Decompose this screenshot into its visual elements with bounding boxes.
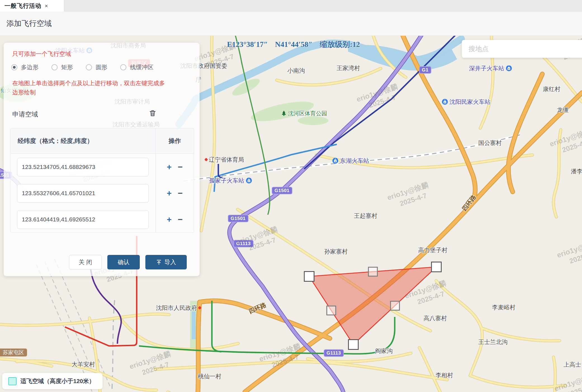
page-header: 添加飞行空域: [0, 11, 582, 36]
shape-option-label: 矩形: [61, 63, 73, 71]
column-header-coordinates: 经纬度（格式：经度,纬度）: [11, 128, 155, 154]
tab-title: 一般飞行活动: [4, 2, 41, 10]
coordinate-rows: +−+−+−: [11, 154, 194, 233]
panel-actions: 关 闭 确认 导入: [69, 255, 187, 269]
delete-airspace-button[interactable]: [148, 109, 157, 118]
add-point-button[interactable]: +: [167, 215, 172, 224]
coordinate-table: 经纬度（格式：经度,纬度） 操作 +−+−+−: [10, 128, 194, 233]
radio-icon: [51, 64, 58, 70]
operations-cell: +−: [155, 180, 194, 206]
remove-point-button[interactable]: −: [178, 215, 183, 224]
shape-option-label: 多边形: [21, 63, 39, 71]
coordinate-row: +−: [11, 180, 194, 206]
column-header-operations: 操作: [155, 128, 194, 154]
operations-cell: +−: [155, 154, 194, 180]
shape-option-线缓冲区[interactable]: 线缓冲区: [120, 63, 153, 71]
shape-option-矩形[interactable]: 矩形: [51, 63, 73, 71]
coordinate-input[interactable]: [17, 210, 149, 229]
tab-general-flight-activity[interactable]: 一般飞行活动 ×: [0, 0, 64, 11]
coordinate-cell: [11, 154, 155, 180]
single-airspace-notice: 只可添加一个飞行空域: [12, 50, 71, 58]
place-search-input[interactable]: [462, 40, 582, 58]
import-button[interactable]: 导入: [145, 255, 187, 269]
remove-point-button[interactable]: −: [178, 189, 183, 197]
radio-icon: [120, 64, 126, 70]
tab-close-icon[interactable]: ×: [45, 3, 48, 9]
tab-bar: 一般飞行活动 ×: [0, 0, 582, 11]
add-point-button[interactable]: +: [167, 163, 172, 171]
add-airspace-panel: 只可添加一个飞行空域 多边形矩形圆形线缓冲区 在地图上单击选择两个点及以上进行移…: [4, 43, 200, 276]
place-search-box: [462, 40, 582, 58]
operations-cell: +−: [155, 206, 194, 233]
polygon-midpoint-handle[interactable]: [390, 301, 400, 311]
polygon-midpoint-handle[interactable]: [327, 306, 336, 315]
applied-airspace-title: 申请空域: [12, 110, 38, 119]
coordinate-input[interactable]: [17, 158, 149, 176]
coordinate-input[interactable]: [17, 184, 149, 203]
draw-instruction: 在地图上单击选择两个点及以上进行移动，双击左键完成多边形绘制: [12, 78, 168, 97]
remove-point-button[interactable]: −: [178, 163, 183, 171]
polygon-vertex-handle[interactable]: [304, 271, 314, 282]
import-button-label: 导入: [164, 258, 176, 266]
shape-option-label: 圆形: [96, 63, 107, 71]
confirm-button[interactable]: 确认: [107, 255, 140, 269]
upload-icon: [156, 259, 162, 265]
shape-option-label: 线缓冲区: [130, 63, 153, 71]
coordinate-table-header: 经纬度（格式：经度,纬度） 操作: [11, 128, 194, 154]
coordinate-row: +−: [11, 206, 194, 233]
coordinate-cell: [11, 206, 155, 233]
page-title: 添加飞行空域: [6, 18, 52, 28]
coordinate-cell: [11, 180, 155, 206]
shape-option-圆形[interactable]: 圆形: [86, 63, 107, 71]
polygon-vertex-handle[interactable]: [348, 339, 359, 350]
coordinate-row: +−: [11, 154, 194, 180]
radio-icon: [11, 64, 17, 70]
radio-dot: [13, 66, 16, 69]
close-button[interactable]: 关 闭: [69, 255, 102, 269]
add-point-button[interactable]: +: [167, 189, 172, 197]
polygon-midpoint-handle[interactable]: [368, 267, 378, 277]
radio-icon: [86, 64, 92, 70]
shape-option-多边形[interactable]: 多边形: [11, 63, 39, 71]
shape-type-options: 多边形矩形圆形线缓冲区: [11, 63, 153, 71]
flight-activity-app: 一般飞行活动 × 添加飞行空域: [0, 0, 582, 392]
trash-icon: [149, 109, 157, 117]
polygon-vertex-handle[interactable]: [431, 262, 442, 272]
